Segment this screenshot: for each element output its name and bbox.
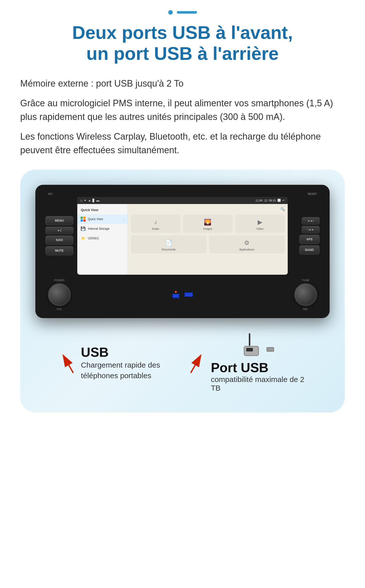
grid-item-images[interactable]: 🌄 Images: [183, 215, 232, 233]
documents-label: Documents: [162, 248, 176, 251]
sidebar-label-storage: Internal Storage: [88, 227, 109, 231]
screen-wrapper: ⌂ ✦ ▲ ▊ ▬ 11.8V 12 09:15 ⬜: [77, 197, 288, 275]
grid-item-documents[interactable]: 📄 Documents: [131, 235, 207, 253]
device-section: MIC RESET MENU ►|| NAVI MUTE: [20, 170, 345, 413]
status-bar-left: ⌂ ✦ ▲ ▊ ▬: [80, 198, 99, 202]
btn-menu[interactable]: MENU: [45, 216, 73, 225]
images-icon: 🌄: [204, 219, 211, 226]
search-icon[interactable]: 🔍: [280, 207, 285, 211]
video-label: Video: [256, 227, 263, 230]
applications-label: Applications: [239, 248, 254, 251]
audio-label: Audio: [152, 227, 159, 230]
usb-data-port[interactable]: [184, 292, 193, 297]
btn-navi[interactable]: NAVI: [45, 236, 73, 245]
grid-item-video[interactable]: ▶ Video: [235, 215, 285, 233]
quickview-icon: [80, 216, 86, 222]
tune-label: TUNE: [302, 279, 309, 282]
svg-line-1: [63, 355, 73, 373]
device-bottom: POWER VOL: [45, 279, 320, 311]
sel-label: SEL: [303, 308, 308, 311]
usb-row: [172, 291, 193, 298]
usb-charging-arrow: [58, 350, 78, 375]
back-icon[interactable]: ↩: [282, 199, 285, 202]
tune-knob[interactable]: [294, 283, 317, 306]
qv-grid-bottom: 📄 Documents ⚙ Applications: [131, 235, 285, 253]
port-usb-arrow: [186, 350, 206, 375]
qv-content: 🔍 ♪ Audio 🌄: [128, 204, 288, 275]
status-bar-right: 11.8V 12 09:15 ⬜ ↩: [255, 199, 285, 202]
usb-charging-subtitle2: téléphones portables: [81, 370, 151, 381]
vol-label: VOL: [57, 308, 62, 311]
sidebar-item-quickview[interactable]: Quick View ›: [77, 214, 128, 224]
sidebar-label-udisk: UDISK2: [88, 237, 99, 240]
screen-icon: ⬜: [277, 199, 281, 202]
home-icon[interactable]: ⌂: [80, 198, 82, 202]
volume-level: 12: [264, 199, 267, 202]
sidebar-item-storage[interactable]: 💾 Internal Storage: [77, 224, 128, 234]
btn-aps[interactable]: APS: [299, 235, 320, 244]
left-buttons: MENU ►|| NAVI MUTE: [45, 216, 73, 255]
bt-icon: ✦: [84, 199, 86, 202]
port-usb-subtitle: compatibilité maximale de 2 TB: [211, 375, 307, 392]
battery-voltage: 11.8V: [255, 199, 263, 202]
svg-line-3: [191, 355, 201, 373]
signal-icon: ▊: [92, 199, 95, 202]
sidebar-arrow: ›: [124, 218, 125, 220]
images-label: Images: [203, 227, 212, 230]
main-heading: Deux ports USB à l'avant, un port USB à …: [20, 22, 345, 64]
sidebar-title: Quick View: [77, 207, 128, 214]
storage-icon: 💾: [80, 226, 86, 232]
usb-charging-port[interactable]: [172, 294, 179, 298]
battery-icon: ▬: [96, 199, 99, 202]
time-display: 09:15: [269, 199, 276, 202]
wifi-icon: ▲: [88, 199, 91, 202]
description-block: Mémoire externe : port USB jusqu'à 2 To …: [20, 77, 345, 157]
description-para2: Grâce au micrologiciel PMS interne, il p…: [20, 96, 345, 124]
bottom-usb-area: USB Chargement rapide des téléphones por…: [35, 333, 330, 392]
qv-grid-top: ♪ Audio 🌄 Images ▶ Vide: [131, 215, 285, 233]
usb-charging-subtitle1: Chargement rapide des: [81, 360, 160, 370]
top-indicator: [20, 10, 345, 15]
right-buttons: ►►| |◄◄ APS BAND: [292, 217, 320, 254]
usb-ports-area: [172, 291, 193, 298]
heading-line2: un port USB à l'arrière: [86, 43, 279, 64]
usb-left-section: USB Chargement rapide des téléphones por…: [58, 345, 160, 381]
volume-knob[interactable]: [48, 283, 71, 306]
qv-sidebar: Quick View Quick View ›: [77, 204, 128, 275]
mic-label: MIC: [48, 192, 53, 195]
quickview-panel: Quick View Quick View ›: [77, 204, 288, 275]
usb-title: USB: [81, 345, 109, 360]
grid-item-applications[interactable]: ⚙ Applications: [209, 235, 285, 253]
reset-label: RESET: [308, 192, 317, 195]
indicator-dash: [177, 11, 197, 14]
search-bar: 🔍: [131, 207, 285, 211]
page-wrapper: Deux ports USB à l'avant, un port USB à …: [0, 0, 365, 428]
documents-icon: 📄: [165, 239, 173, 246]
power-label: POWER: [54, 279, 65, 282]
car-radio: MIC RESET MENU ►|| NAVI MUTE: [35, 185, 330, 318]
description-para1: Mémoire externe : port USB jusqu'à 2 To: [20, 77, 345, 90]
btn-skip-fwd[interactable]: ►►|: [302, 217, 320, 224]
video-icon: ▶: [258, 219, 262, 226]
btn-play-pause[interactable]: ►||: [45, 227, 73, 234]
applications-icon: ⚙: [244, 239, 250, 246]
heading-line1: Deux ports USB à l'avant,: [72, 22, 293, 43]
sidebar-label-quickview: Quick View: [88, 217, 103, 221]
sidebar-item-udisk[interactable]: 📁 UDISK2: [77, 234, 128, 243]
btn-mute[interactable]: MUTE: [45, 246, 73, 255]
udisk-icon: 📁: [80, 236, 86, 241]
screen-container: ⌂ ✦ ▲ ▊ ▬ 11.8V 12 09:15 ⬜: [77, 197, 288, 275]
usb-right-section: Port USB compatibilité maximale de 2 TB: [186, 333, 307, 392]
port-usb-title: Port USB: [211, 360, 269, 375]
btn-band[interactable]: BAND: [299, 245, 320, 254]
btn-skip-back[interactable]: |◄◄: [302, 226, 320, 233]
grid-item-audio[interactable]: ♪ Audio: [131, 215, 180, 233]
audio-icon: ♪: [154, 219, 157, 226]
indicator-dot: [168, 10, 173, 15]
description-para3: Les fonctions Wireless Carplay, Bluetoot…: [20, 130, 345, 157]
status-bar: ⌂ ✦ ▲ ▊ ▬ 11.8V 12 09:15 ⬜: [77, 197, 288, 204]
